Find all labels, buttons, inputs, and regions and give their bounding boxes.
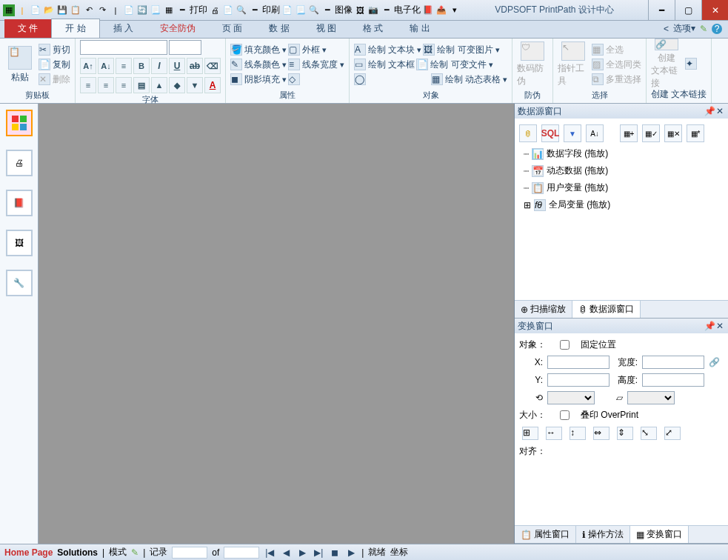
doc-icon[interactable]: 📃: [150, 4, 161, 16]
size-tool-1[interactable]: ⊞: [522, 427, 538, 440]
draw-varpic-button[interactable]: 🖼绘制 可变图片▾: [423, 43, 499, 57]
tab-transform[interactable]: ▦变换窗口: [630, 526, 689, 543]
add-table-icon[interactable]: ▦+: [620, 124, 638, 142]
sort-icon[interactable]: A↓: [586, 124, 604, 142]
tab-security[interactable]: 安全防伪: [147, 19, 209, 38]
valign-top-icon[interactable]: ▲: [151, 77, 167, 93]
size-tool-4[interactable]: ⇔: [593, 427, 610, 440]
outline-button[interactable]: ▢外框▾: [288, 43, 327, 57]
tool-print[interactable]: 🖨: [6, 150, 33, 176]
tab-view[interactable]: 视 图: [303, 19, 350, 38]
size-tool-7[interactable]: ⤢: [664, 427, 681, 440]
status-mode[interactable]: 模式: [109, 546, 127, 559]
tab-format[interactable]: 格 式: [350, 19, 396, 38]
saveall-icon[interactable]: 📋: [70, 4, 81, 16]
nav-play-icon[interactable]: ▶: [345, 547, 357, 558]
font-color-icon[interactable]: A: [204, 77, 221, 93]
same-class-button[interactable]: ▨全选同类: [592, 58, 641, 72]
draw-shape-button[interactable]: ◯: [354, 73, 366, 87]
draw-varfile-button[interactable]: 📄绘制 可变文件▾: [416, 58, 492, 72]
tab-data-source[interactable]: 🛢数据源窗口: [572, 301, 641, 318]
page-icon[interactable]: 📄: [123, 4, 135, 16]
valign-bot-icon[interactable]: ▼: [187, 77, 203, 93]
height-input[interactable]: [642, 373, 704, 387]
draw-textframe-button[interactable]: ▭绘制 文本框: [354, 58, 415, 72]
pdf-icon[interactable]: 📕: [422, 4, 434, 16]
new-icon[interactable]: 📄: [30, 4, 41, 16]
save-icon[interactable]: 💾: [56, 4, 68, 16]
underline-icon[interactable]: U: [169, 58, 185, 74]
del-table-icon[interactable]: ▦✕: [664, 124, 682, 142]
valign-mid-icon[interactable]: ◆: [169, 77, 185, 93]
panel-close-icon[interactable]: ✕: [715, 106, 725, 116]
press2-icon[interactable]: 📃: [295, 4, 307, 16]
tool-web[interactable]: 🔧: [6, 270, 33, 296]
width-input[interactable]: [642, 356, 704, 369]
strike-icon[interactable]: ab: [187, 58, 203, 74]
draw-textblock-button[interactable]: A绘制 文本块▾: [354, 43, 421, 57]
x-input[interactable]: [547, 356, 610, 369]
y-input[interactable]: [547, 373, 610, 387]
qat-digital-label[interactable]: 电子化: [394, 4, 421, 16]
align-right-icon[interactable]: ≡: [116, 77, 132, 93]
status-solutions[interactable]: Solutions: [57, 547, 98, 558]
pin-icon[interactable]: 📌: [704, 106, 715, 116]
font-size-input[interactable]: [169, 40, 201, 55]
tab-page[interactable]: 页 面: [209, 19, 256, 38]
overprint-checkbox[interactable]: [560, 410, 570, 420]
grow-font-icon[interactable]: A↑: [80, 58, 96, 74]
nav-last-icon[interactable]: ▶|: [313, 547, 324, 558]
maximize-button[interactable]: ▢: [675, 0, 701, 20]
qat-press-label[interactable]: 印刷: [262, 4, 280, 16]
tab-start[interactable]: 开 始: [51, 19, 99, 38]
list-icon[interactable]: ≡: [116, 58, 132, 74]
qat-image-label[interactable]: 图像: [335, 4, 353, 16]
rotate-select[interactable]: [547, 391, 595, 404]
db-icon[interactable]: 🛢: [519, 124, 537, 142]
clear-format-icon[interactable]: ⌫: [204, 58, 221, 74]
export-icon[interactable]: 📤: [435, 4, 447, 16]
create-textlink-button[interactable]: 🔗 创建 文本链接: [651, 41, 682, 87]
tool-image[interactable]: 🖼: [6, 230, 33, 256]
tool-pdf[interactable]: 📕: [6, 190, 33, 216]
select-all-button[interactable]: ▦全选: [592, 43, 641, 57]
record-total-input[interactable]: [224, 547, 259, 559]
cut-button[interactable]: ✂剪切: [39, 43, 70, 57]
press-icon[interactable]: 📄: [281, 4, 293, 16]
link-opt-icon[interactable]: ✦: [685, 57, 697, 71]
open-icon[interactable]: 📂: [43, 4, 55, 16]
options-menu[interactable]: < 选项▾ ✎ ?: [658, 19, 728, 38]
refresh-table-icon[interactable]: ▦*: [687, 124, 704, 142]
fixed-pos-checkbox[interactable]: [560, 340, 570, 350]
grid-icon[interactable]: ▦: [163, 4, 175, 16]
lock-icon[interactable]: 🔗: [709, 357, 720, 367]
line-color-button[interactable]: ✎线条颜色▾: [230, 58, 287, 72]
italic-icon[interactable]: I: [151, 58, 167, 74]
help-icon[interactable]: ?: [712, 24, 722, 34]
check-table-icon[interactable]: ▦✓: [642, 124, 660, 142]
canvas-area[interactable]: [39, 104, 515, 544]
multi-select-button[interactable]: ⧉多重选择: [592, 73, 641, 87]
shadow-button[interactable]: ◼阴影填充▾: [230, 73, 287, 87]
qat-dropdown-icon[interactable]: ▾: [449, 4, 461, 16]
close-button[interactable]: ✕: [701, 0, 728, 20]
print2-icon[interactable]: 📄: [222, 4, 234, 16]
skew-select[interactable]: [627, 391, 675, 404]
tree-datafields[interactable]: ┈📊数据字段 (拖放): [518, 145, 725, 162]
fill-color-button[interactable]: 🪣填充颜色▾: [230, 43, 287, 57]
tab-properties[interactable]: 📋属性窗口: [515, 526, 576, 543]
align-left-icon[interactable]: ≡: [80, 77, 96, 93]
nav-first-icon[interactable]: |◀: [264, 547, 275, 558]
size-tool-2[interactable]: ↔: [546, 427, 562, 440]
nav-next-icon[interactable]: ▶: [296, 547, 308, 558]
tab-scan-zoom[interactable]: ⊕扫描缩放: [515, 301, 572, 318]
size-tool-6[interactable]: ⤡: [641, 427, 657, 440]
line-width-button[interactable]: ≡线条宽度▾: [288, 58, 344, 72]
img2-icon[interactable]: 📷: [367, 4, 379, 16]
panel-close2-icon[interactable]: ✕: [715, 321, 725, 331]
refresh-icon[interactable]: 🔄: [136, 4, 148, 16]
shrink-font-icon[interactable]: A↓: [98, 58, 114, 74]
pin2-icon[interactable]: 📌: [704, 321, 715, 331]
preview-icon[interactable]: 🔍: [236, 4, 247, 16]
nav-stop-icon[interactable]: ◼: [329, 547, 341, 558]
